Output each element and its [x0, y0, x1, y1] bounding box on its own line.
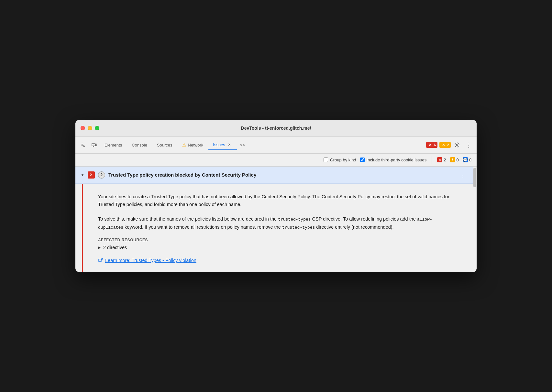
warning-count-icon: ✕ — [441, 142, 446, 147]
include-third-party-label[interactable]: Include third-party cookie issues — [360, 158, 427, 162]
close-button[interactable] — [81, 126, 85, 130]
issue-left-border — [82, 184, 88, 272]
tab-network[interactable]: ⚠ Network — [178, 140, 208, 150]
issue-type-badge: ✕ — [88, 171, 95, 179]
group-by-kind-label[interactable]: Group by kind — [324, 158, 356, 162]
svg-rect-7 — [95, 144, 97, 146]
directives-arrow-icon: ▶ — [98, 245, 101, 250]
affected-resources-section: AFFECTED RESOURCES ▶ 2 directives — [98, 238, 460, 250]
toolbar2-divider — [432, 156, 432, 164]
include-third-party-checkbox[interactable] — [360, 158, 365, 162]
error-icon: ✕ — [428, 142, 433, 147]
more-tabs-button[interactable]: >> — [237, 140, 248, 150]
issue-body-wrapper: Your site tries to create a Trusted Type… — [75, 184, 473, 272]
error-badge: ✕ 6 — [426, 142, 437, 148]
learn-more-link[interactable]: Learn more: Trusted Types - Policy viola… — [98, 258, 460, 263]
info-type-icon: 💬 — [463, 157, 468, 162]
svg-rect-10 — [99, 259, 101, 262]
title-bar: DevTools - tt-enforced.glitch.me/ — [75, 120, 477, 137]
issue-count-badge: 2 — [98, 171, 105, 179]
device-icon-button[interactable] — [89, 140, 99, 150]
scrollbar[interactable] — [473, 167, 477, 272]
tab-console[interactable]: Console — [127, 140, 152, 150]
group-by-kind-checkbox[interactable] — [324, 158, 328, 162]
traffic-lights — [81, 126, 99, 130]
svg-rect-1 — [82, 143, 83, 143]
ellipsis-icon: ⋮ — [466, 141, 472, 149]
warning-count-badge: ! 0 — [450, 157, 459, 162]
issue-header-row[interactable]: ▼ ✕ 2 Trusted Type policy creation block… — [75, 167, 473, 184]
tab-elements[interactable]: Elements — [100, 140, 127, 150]
info-count-badge: 💬 0 — [463, 157, 471, 162]
error-count-badge: ✕ 2 — [437, 157, 446, 162]
gear-icon — [454, 142, 460, 148]
settings-button[interactable] — [452, 140, 462, 150]
maximize-button[interactable] — [95, 126, 99, 130]
svg-point-9 — [457, 144, 458, 146]
filter-toolbar: Group by kind Include third-party cookie… — [75, 154, 477, 167]
scrollbar-thumb[interactable] — [473, 168, 476, 187]
content-area: ▼ ✕ 2 Trusted Type policy creation block… — [75, 167, 477, 272]
close-issues-tab-button[interactable]: ✕ — [226, 142, 232, 147]
svg-rect-5 — [82, 145, 83, 146]
warning-icon: ⚠ — [182, 142, 186, 147]
external-link-icon — [98, 258, 103, 263]
toolbar-right: ✕ 6 ✕ 2 ⋮ — [425, 140, 474, 150]
main-toolbar: Elements Console Sources ⚠ Network Issue… — [75, 137, 477, 154]
expand-icon[interactable]: ▼ — [81, 173, 84, 177]
minimize-button[interactable] — [88, 126, 92, 130]
cursor-icon — [80, 142, 86, 148]
svg-rect-4 — [81, 145, 82, 146]
more-options-button[interactable]: ⋮ — [464, 140, 474, 150]
warning-badge: ✕ 2 — [439, 142, 451, 148]
tab-issues[interactable]: Issues ✕ — [208, 140, 237, 150]
issues-content: ▼ ✕ 2 Trusted Type policy creation block… — [75, 167, 473, 272]
svg-rect-0 — [81, 143, 82, 143]
affected-resources-label: AFFECTED RESOURCES — [98, 238, 460, 242]
devtools-window: DevTools - tt-enforced.glitch.me/ Elemen — [75, 120, 477, 272]
issue-body: Your site tries to create a Trusted Type… — [88, 184, 473, 272]
cursor-icon-button[interactable] — [78, 140, 88, 150]
issue-description: Your site tries to create a Trusted Type… — [98, 193, 460, 209]
svg-rect-6 — [92, 143, 95, 146]
tab-sources[interactable]: Sources — [152, 140, 177, 150]
issue-more-button[interactable]: ⋮ — [458, 170, 468, 180]
svg-rect-2 — [81, 144, 82, 145]
issue-solution: To solve this, make sure that the names … — [98, 215, 460, 231]
svg-rect-3 — [82, 144, 83, 145]
directives-row[interactable]: ▶ 2 directives — [98, 245, 460, 250]
error-type-icon: ✕ — [437, 157, 442, 162]
window-title: DevTools - tt-enforced.glitch.me/ — [241, 125, 311, 131]
device-icon — [91, 142, 97, 148]
warning-type-icon: ! — [450, 157, 455, 162]
issue-title: Trusted Type policy creation blocked by … — [108, 172, 455, 178]
